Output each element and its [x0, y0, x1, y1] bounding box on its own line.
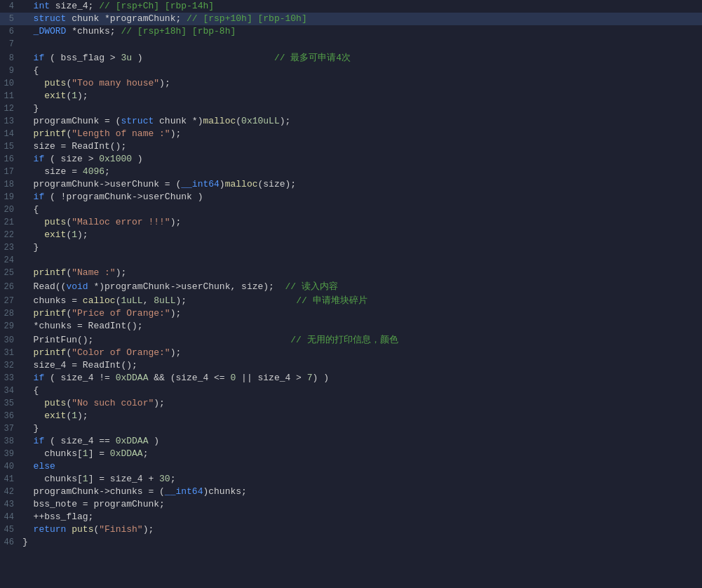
code-line: 42 programChunk->chunks = (__int64)chunk… [0, 486, 702, 498]
code-token [22, 53, 34, 63]
code-token: else [34, 461, 55, 472]
code-token: // [rsp+18h] [rbp-8h] [121, 26, 236, 36]
line-content: programChunk->chunks = (__int64)chunks; [20, 486, 702, 497]
code-token: exit [44, 91, 66, 101]
code-line: 39 chunks[1] = 0xDDAA; [0, 448, 702, 460]
code-line: 38 if ( size_4 == 0xDDAA ) [0, 435, 702, 448]
code-token: // 读入内容 [285, 281, 338, 292]
code-token: "Malloc error !!!" [72, 217, 170, 227]
line-number: 39 [0, 449, 20, 459]
line-content: *chunks = ReadInt(); [20, 321, 702, 331]
code-line: 36 exit(1); [0, 410, 702, 422]
code-token: )chunks; [203, 486, 246, 497]
code-token: ); [170, 128, 182, 139]
line-number: 29 [0, 321, 20, 331]
code-token: bss_note = programChunk; [22, 499, 165, 509]
code-line: 4 int size_4; // [rsp+Ch] [rbp-14h] [0, 0, 702, 13]
line-number: 42 [0, 487, 20, 497]
code-token: printf [34, 128, 67, 139]
line-number: 32 [0, 361, 20, 370]
line-number: 30 [0, 335, 20, 345]
code-token [22, 154, 34, 164]
code-token: ( [236, 116, 241, 126]
line-number: 6 [0, 27, 20, 36]
code-token: ++bss_flag; [22, 512, 93, 522]
code-token: 1 [72, 229, 77, 240]
line-number: 11 [0, 91, 20, 101]
line-content: bss_note = programChunk; [20, 499, 702, 509]
code-token [22, 410, 44, 421]
code-line: 28 printf("Price of Orange:"); [0, 307, 702, 320]
code-token: ; [170, 474, 176, 484]
code-token: ( size > [44, 154, 99, 164]
line-content: } [20, 242, 702, 253]
code-token: chunk *) [154, 116, 203, 126]
code-token: struct [34, 13, 67, 24]
line-content: _DWORD *chunks; // [rsp+18h] [rbp-8h] [20, 26, 702, 36]
line-content: ++bss_flag; [20, 512, 702, 522]
code-line: 44 ++bss_flag; [0, 511, 702, 523]
code-token: ); [77, 91, 88, 101]
line-content: printf("Price of Orange:"); [20, 308, 702, 319]
line-content: exit(1); [20, 410, 702, 421]
line-content: chunks = calloc(1uLL, 8uLL); // 申请堆块碎片 [20, 294, 702, 307]
code-token: 0x10uLL [241, 116, 280, 126]
line-number: 44 [0, 512, 20, 522]
code-token: } [22, 103, 39, 114]
line-number: 24 [0, 255, 20, 265]
code-line: 30 PrintFun(); // 无用的打印信息，颜色 [0, 333, 702, 347]
line-content: printf("Color of Orange:"); [20, 347, 702, 358]
line-content: size = ReadInt(); [20, 141, 702, 152]
code-token: 1 [72, 91, 77, 101]
line-number: 20 [0, 205, 20, 215]
code-token: "Finish" [99, 524, 142, 535]
line-number: 14 [0, 129, 20, 139]
code-line: 7 [0, 38, 702, 51]
line-number: 13 [0, 116, 20, 126]
code-token: ) [132, 154, 143, 164]
code-line: 27 chunks = calloc(1uLL, 8uLL); // 申请堆块碎… [0, 293, 702, 307]
code-line: 20 { [0, 203, 702, 216]
code-token: printf [34, 308, 67, 319]
line-number: 17 [0, 167, 20, 177]
code-token: 1 [72, 410, 77, 421]
code-token: ( size_4 != [44, 373, 115, 383]
line-content: if ( !programChunk->userChunk ) [20, 192, 702, 202]
code-token: ); [143, 524, 154, 535]
line-number: 8 [0, 53, 20, 63]
code-token: // 申请堆块碎片 [296, 295, 367, 306]
code-editor: 4 int size_4; // [rsp+Ch] [rbp-14h]5 str… [0, 0, 702, 588]
code-token: || size_4 > [236, 373, 306, 383]
code-token: malloc [225, 179, 258, 189]
code-line: 14 printf("Length of name :"); [0, 128, 702, 140]
code-token: puts [44, 217, 66, 227]
code-token: malloc [203, 116, 236, 126]
code-token: ); [170, 347, 182, 358]
code-line: 6 _DWORD *chunks; // [rsp+18h] [rbp-8h] [0, 25, 702, 38]
code-token: // 无用的打印信息，颜色 [290, 335, 398, 345]
code-token: } [22, 242, 39, 253]
code-token: "Too many house" [72, 78, 159, 88]
code-line: 16 if ( size > 0x1000 ) [0, 153, 702, 166]
code-token: ( bss_flag > [44, 53, 121, 63]
code-line: 23 } [0, 241, 702, 254]
code-token: && (size_4 <= [148, 373, 230, 383]
code-line: 19 if ( !programChunk->userChunk ) [0, 191, 702, 203]
line-number: 31 [0, 348, 20, 358]
code-token: puts [44, 78, 66, 88]
code-token: 0xDDAA [116, 373, 149, 383]
code-token: printf [34, 347, 67, 358]
line-number: 18 [0, 180, 20, 189]
line-number: 7 [0, 39, 20, 49]
line-content: puts("Too many house"); [20, 78, 702, 88]
line-content: chunks[1] = size_4 + 30; [20, 474, 702, 484]
code-token: ) [220, 179, 225, 189]
code-token [22, 26, 34, 36]
line-number: 23 [0, 243, 20, 253]
code-token: } [22, 423, 39, 434]
code-line: 5 struct chunk *programChunk; // [rsp+10… [0, 13, 702, 25]
code-token: int [34, 1, 50, 11]
code-token [22, 461, 34, 472]
code-token: PrintFun(); [22, 335, 290, 345]
line-content: struct chunk *programChunk; // [rsp+10h]… [20, 13, 702, 24]
